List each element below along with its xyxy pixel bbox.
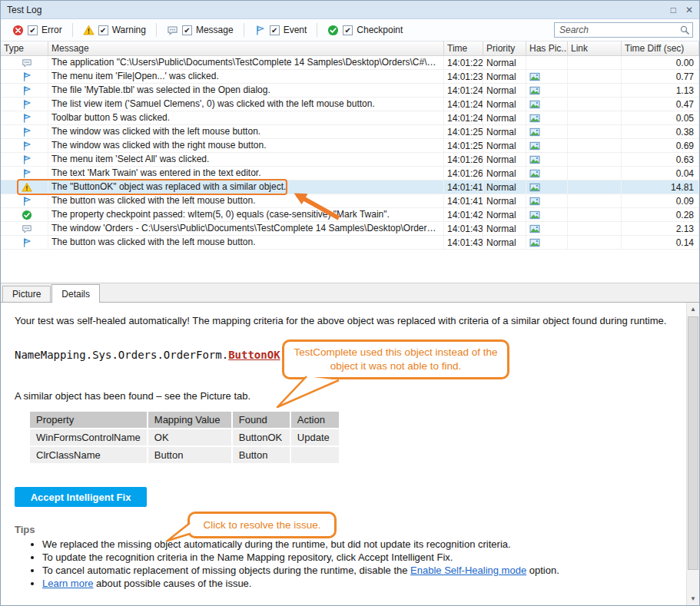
log-empty-space	[1, 250, 699, 283]
message-icon	[22, 58, 32, 68]
time-cell: 14:01:26	[444, 153, 483, 166]
column-header-time[interactable]: Time	[444, 41, 483, 55]
link-cell	[568, 194, 622, 207]
filter-bar: ✔Error✔Warning✔Message✔Event✔Checkpoint	[7, 23, 408, 37]
filter-error[interactable]: ✔Error	[12, 25, 62, 36]
log-row[interactable]: The button was clicked with the left mou…	[1, 194, 699, 208]
event-icon	[22, 196, 32, 207]
log-row[interactable]: The menu item 'Select All' was clicked.1…	[1, 153, 699, 167]
link-cell	[568, 167, 622, 180]
scroll-down-icon[interactable]: ▼	[687, 592, 699, 605]
column-header-has-picture[interactable]: Has Pic...	[526, 41, 568, 55]
filter-checkbox[interactable]: ✔	[98, 25, 108, 35]
log-row[interactable]: The text 'Mark Twain' was entered in the…	[1, 167, 699, 180]
picture-icon[interactable]	[529, 127, 540, 137]
column-header-type[interactable]: Type	[1, 41, 48, 55]
has-picture-cell	[526, 222, 568, 235]
log-row[interactable]: The menu item 'File|Open...' was clicked…	[1, 70, 699, 84]
column-header-time-diff[interactable]: Time Diff (sec)	[622, 41, 699, 55]
filter-warning[interactable]: ✔Warning	[83, 25, 146, 36]
time-diff-cell: 0.04	[622, 167, 699, 180]
log-rows: The application "C:\Users\Public\Documen…	[1, 56, 699, 250]
has-picture-cell	[526, 56, 568, 69]
time-cell: 14:01:23	[444, 70, 483, 83]
tab-picture[interactable]: Picture	[2, 286, 51, 302]
message-cell: The "ButtonOK" object was replaced with …	[48, 180, 444, 194]
picture-icon[interactable]	[529, 224, 540, 233]
search-input[interactable]	[554, 22, 693, 38]
column-header-link[interactable]: Link	[568, 41, 622, 55]
filter-label: Warning	[112, 25, 146, 35]
log-row[interactable]: The window 'Orders - C:\Users\Public\Doc…	[1, 222, 699, 236]
message-cell: The list view item ('Samuel Clemens', 0)…	[48, 98, 444, 111]
object-table-cell: Button	[233, 447, 290, 463]
picture-icon[interactable]	[529, 141, 540, 151]
message-icon	[167, 25, 178, 36]
link-cell	[568, 84, 622, 97]
filter-checkpoint[interactable]: ✔Checkpoint	[327, 25, 403, 36]
time-diff-cell: 0.38	[622, 125, 699, 138]
column-header-message[interactable]: Message	[48, 41, 444, 55]
tip-link[interactable]: Learn more	[42, 578, 93, 589]
event-icon	[22, 168, 32, 179]
log-row[interactable]: The list view item ('Samuel Clemens', 0)…	[1, 98, 699, 111]
toolbar-separator	[244, 23, 244, 37]
log-row[interactable]: Toolbar button 5 was clicked.14:01:24Nor…	[1, 111, 699, 125]
link-cell	[568, 111, 622, 124]
filter-checkbox[interactable]: ✔	[270, 25, 280, 35]
log-row[interactable]: The window was clicked with the right mo…	[1, 139, 699, 153]
has-picture-cell	[526, 194, 568, 207]
event-icon	[254, 25, 266, 36]
filter-message[interactable]: ✔Message	[167, 25, 234, 36]
callout-resolve: Click to resolve the issue.	[187, 512, 337, 538]
filter-checkbox[interactable]: ✔	[182, 25, 192, 35]
time-cell: 14:01:25	[444, 139, 483, 152]
close-icon[interactable]: ✕	[685, 5, 693, 15]
scroll-up-icon[interactable]: ▲	[687, 303, 699, 316]
details-scrollbar[interactable]: ▲ ▼	[686, 303, 699, 605]
picture-icon[interactable]	[529, 114, 540, 123]
checkpoint-icon	[327, 25, 339, 36]
scroll-thumb[interactable]	[688, 316, 698, 570]
picture-icon[interactable]	[529, 238, 540, 247]
tip-link[interactable]: Enable Self-Healing mode	[410, 565, 526, 576]
filter-checkbox[interactable]: ✔	[28, 25, 38, 35]
restore-icon[interactable]: □	[671, 5, 676, 15]
log-area: Type Message Time Priority Has Pic... Li…	[1, 41, 699, 283]
log-row[interactable]: The "ButtonOK" object was replaced with …	[1, 180, 699, 194]
log-row[interactable]: The window was clicked with the left mou…	[1, 125, 699, 139]
tip-item: We replaced the missing object automatic…	[42, 538, 559, 551]
column-header-priority[interactable]: Priority	[483, 41, 526, 55]
log-row[interactable]: The application "C:\Users\Public\Documen…	[1, 56, 699, 70]
toolbar-separator	[156, 23, 157, 37]
picture-icon[interactable]	[529, 72, 540, 81]
log-row[interactable]: The property checkpoint passed: wItem(5,…	[1, 208, 699, 222]
type-cell	[1, 70, 48, 83]
filter-label: Event	[284, 25, 307, 35]
event-icon	[22, 237, 32, 248]
filter-event[interactable]: ✔Event	[254, 25, 307, 36]
picture-icon[interactable]	[529, 86, 540, 95]
event-icon	[22, 85, 32, 96]
type-cell	[1, 98, 48, 111]
time-diff-cell: 0.28	[622, 208, 699, 221]
message-cell: The menu item 'Select All' was clicked.	[48, 153, 444, 166]
time-cell: 14:01:41	[444, 194, 483, 207]
accept-intelligent-fix-button[interactable]: Accept Intelligent Fix	[15, 487, 147, 507]
mapping-path: NameMapping.Sys.Orders.OrderForm.ButtonO…	[15, 349, 280, 361]
log-row[interactable]: The file 'MyTable.tbl' was selected in t…	[1, 84, 699, 98]
message-cell: The menu item 'File|Open...' was clicked…	[48, 70, 444, 83]
tab-details[interactable]: Details	[51, 284, 100, 303]
type-cell	[1, 56, 48, 69]
priority-cell: Normal	[483, 84, 526, 97]
object-table-cell: ButtonOK	[233, 429, 290, 445]
picture-icon[interactable]	[529, 169, 540, 178]
titlebar: Test Log □ ✕	[1, 1, 699, 19]
picture-icon[interactable]	[529, 210, 540, 220]
log-row[interactable]: The button was clicked with the left mou…	[1, 236, 699, 250]
picture-icon[interactable]	[529, 155, 540, 164]
picture-icon[interactable]	[529, 197, 540, 206]
picture-icon[interactable]	[529, 183, 540, 192]
picture-icon[interactable]	[529, 100, 540, 109]
filter-checkbox[interactable]: ✔	[343, 25, 353, 35]
